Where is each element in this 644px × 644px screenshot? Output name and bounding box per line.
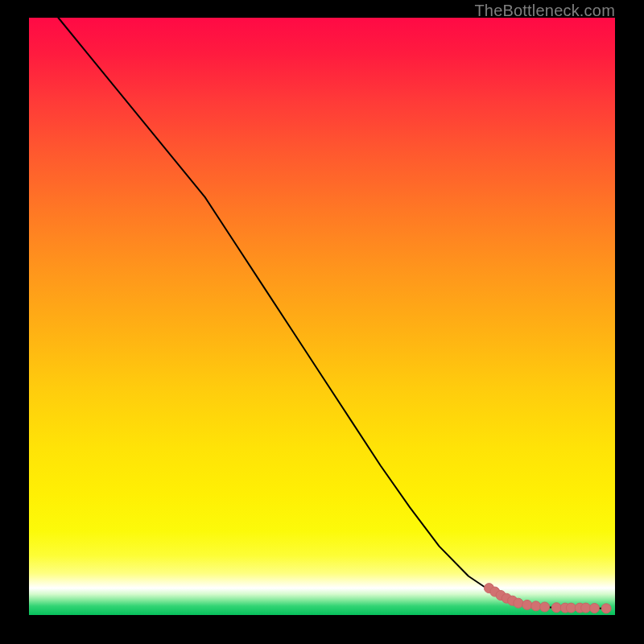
marker-point [551, 603, 561, 613]
marker-point [566, 603, 576, 613]
marker-point [601, 604, 611, 613]
marker-point [522, 600, 532, 609]
curve-line [58, 18, 609, 609]
marker-point [590, 603, 600, 613]
chart-frame: TheBottleneck.com [0, 0, 644, 644]
marker-group [484, 584, 611, 613]
marker-point [581, 603, 591, 613]
marker-point [531, 601, 541, 611]
chart-svg [29, 18, 615, 615]
plot-area [29, 18, 615, 615]
marker-point [540, 602, 550, 612]
marker-point [514, 598, 523, 608]
